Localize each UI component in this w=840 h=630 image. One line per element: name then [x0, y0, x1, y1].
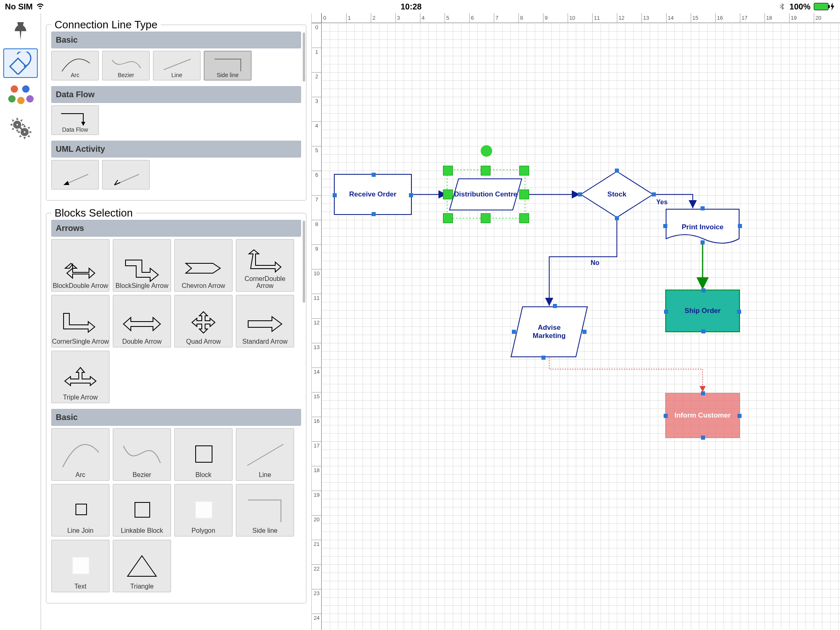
stencil-triangle[interactable]: Triangle — [113, 540, 171, 592]
stencil-quadarrow[interactable]: Quad Arrow — [174, 295, 233, 347]
stencil-linkable[interactable]: Linkable Block — [113, 484, 171, 536]
svg-rect-0 — [10, 58, 26, 75]
stencil-triplearrow[interactable]: Triple Arrow — [51, 351, 110, 403]
stencil-chevron[interactable]: Chevron Arrow — [174, 239, 233, 292]
stencil-arc[interactable]: Arc — [51, 51, 99, 80]
svg-point-2 — [22, 130, 27, 135]
stencil-doublearrow[interactable]: Double Arrow — [113, 295, 171, 347]
settings-tool[interactable] — [3, 113, 38, 143]
stencil-line[interactable]: Line — [153, 51, 201, 80]
resize-handle-sw[interactable] — [443, 213, 453, 223]
pin-tool[interactable] — [3, 16, 38, 46]
section-uml[interactable]: UML Activity — [51, 141, 301, 158]
svg-line-7 — [247, 444, 283, 466]
tool-strip — [0, 13, 41, 630]
svg-line-3 — [164, 59, 191, 70]
section-basic[interactable]: Basic — [51, 32, 301, 48]
svg-rect-11 — [73, 557, 89, 574]
label-no: No — [591, 259, 599, 267]
section-basic2[interactable]: Basic — [51, 409, 301, 426]
canvas-grid[interactable]: Receive Order Distribution Centre Stock — [322, 23, 840, 630]
charging-icon — [830, 2, 835, 11]
rotate-handle[interactable] — [481, 145, 492, 157]
resize-handle-ne[interactable] — [519, 166, 529, 176]
battery-percent: 100% — [790, 2, 810, 11]
node-print-invoice[interactable]: Print Invoice — [665, 208, 740, 246]
resize-handle-w[interactable] — [443, 189, 453, 199]
stencil-blocksingle[interactable]: BlockSingle Arrow — [113, 239, 171, 292]
label-yes: Yes — [656, 199, 668, 206]
colors-tool[interactable] — [8, 84, 33, 108]
bluetooth-icon — [778, 2, 786, 11]
node-advise-marketing[interactable]: Advise Marketing — [510, 306, 588, 358]
carrier-text: No SIM — [5, 2, 33, 11]
shapes-tool[interactable] — [3, 48, 38, 78]
stencil-standardarrow[interactable]: Standard Arrow — [236, 295, 294, 347]
stencil-arc2[interactable]: Arc — [51, 428, 110, 481]
node-receive-order[interactable]: Receive Order — [334, 174, 412, 215]
svg-rect-10 — [196, 502, 212, 518]
stencil-sideline[interactable]: Side line — [204, 51, 251, 80]
wifi-icon — [36, 2, 44, 11]
ruler-corner — [312, 13, 322, 23]
resize-handle-se[interactable] — [519, 213, 529, 223]
stencil-cornersingle[interactable]: CornerSingle Arrow — [51, 295, 110, 347]
node-ship-order[interactable]: Ship Order — [665, 290, 740, 332]
side-panel: Connection Line Type Basic Arc Bezier Li… — [41, 13, 312, 630]
node-stock[interactable]: Stock — [580, 171, 654, 218]
svg-rect-6 — [196, 446, 212, 462]
stencil-line2[interactable]: Line — [236, 428, 294, 481]
svg-rect-8 — [76, 504, 87, 515]
ruler-horizontal: 01234567891011121314151617181920 — [322, 13, 840, 23]
scrollbar[interactable] — [303, 221, 305, 303]
blocks-panel: Blocks Selection Arrows BlockDouble Arro… — [46, 213, 306, 603]
resize-handle-s[interactable] — [481, 213, 491, 223]
stencil-cornerdouble[interactable]: CornerDouble Arrow — [236, 239, 294, 292]
ruler-vertical: 0123456789101112131415161718192021222324… — [312, 23, 322, 630]
svg-rect-9 — [135, 502, 150, 517]
status-bar: No SIM 10:28 100% — [0, 0, 840, 13]
clock-text: 10:28 — [401, 2, 422, 11]
stencil-block2[interactable]: Block — [174, 428, 233, 481]
section-dataflow[interactable]: Data Flow — [51, 86, 301, 103]
stencil-bezier2[interactable]: Bezier — [113, 428, 171, 481]
stencil-uml-2[interactable] — [102, 160, 150, 189]
stencil-blockdouble[interactable]: BlockDouble Arrow — [51, 239, 110, 292]
resize-handle-nw[interactable] — [443, 166, 453, 176]
stencil-polygon[interactable]: Polygon — [174, 484, 233, 536]
stencil-bezier[interactable]: Bezier — [102, 51, 150, 80]
stencil-linejoin[interactable]: Line Join — [51, 484, 110, 536]
battery-icon — [814, 3, 829, 10]
scrollbar[interactable] — [303, 32, 305, 82]
stencil-dataflow[interactable]: Data Flow — [51, 105, 99, 135]
svg-point-1 — [15, 122, 20, 127]
resize-handle-n[interactable] — [481, 166, 491, 176]
stencil-sideline2[interactable]: Side line — [236, 484, 294, 536]
canvas[interactable]: 01234567891011121314151617181920 0123456… — [312, 13, 840, 630]
connection-line-panel: Connection Line Type Basic Arc Bezier Li… — [46, 25, 306, 201]
stencil-uml-1[interactable] — [51, 160, 99, 189]
node-inform-customer[interactable]: Inform Customer — [665, 393, 740, 438]
section-arrows[interactable]: Arrows — [51, 220, 301, 237]
stencil-text[interactable]: Text — [51, 540, 110, 592]
resize-handle-e[interactable] — [519, 189, 529, 199]
node-distribution-centre[interactable]: Distribution Centre — [449, 178, 523, 211]
